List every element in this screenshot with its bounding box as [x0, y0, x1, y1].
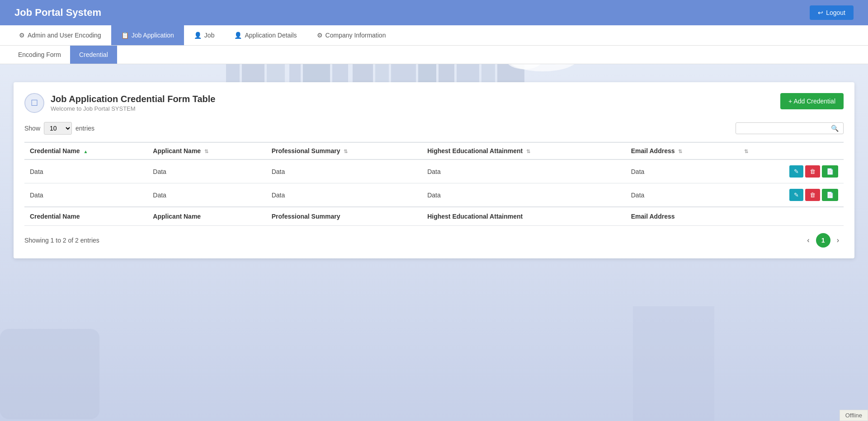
tab-job-application[interactable]: 📋 Job Application — [111, 25, 184, 45]
admin-icon: ⚙ — [19, 32, 25, 39]
tab-application-details[interactable]: 👤 Application Details — [224, 25, 307, 45]
logout-label: Logout — [826, 9, 845, 16]
footer-actions — [737, 207, 844, 226]
tab-job[interactable]: 👤 Job — [184, 25, 225, 45]
search-icon: 🔍 — [831, 125, 839, 132]
cell-professional-summary-2: Data — [266, 183, 422, 207]
footer-email: Email Address — [626, 207, 737, 226]
table-row: Data Data Data Data Data ✎ 🗑 📄 — [24, 183, 844, 207]
offline-label: Offline — [845, 412, 862, 419]
next-page-button[interactable]: › — [832, 234, 844, 247]
cell-applicant-name-2: Data — [147, 183, 266, 207]
credential-form-card: ☐ Job Application Credential Form Table … — [14, 82, 854, 258]
app-details-icon: 👤 — [234, 32, 242, 39]
col-actions — [737, 142, 844, 159]
card-icon: ☐ — [24, 93, 44, 113]
table-footer-row: Credential Name Applicant Name Professio… — [24, 207, 844, 226]
main-content: ☐ Job Application Credential Form Table … — [0, 64, 868, 276]
col-professional-summary: Professional Summary — [266, 142, 422, 159]
entries-label: entries — [75, 125, 94, 132]
cell-applicant-name-1: Data — [147, 159, 266, 183]
sub-tabs: Encoding Form Credential — [0, 46, 868, 64]
footer-highest-ed: Highest Educational Attainment — [422, 207, 626, 226]
footer-credential-name: Credential Name — [24, 207, 147, 226]
delete-button-1[interactable]: 🗑 — [805, 165, 820, 178]
action-buttons-2: ✎ 🗑 📄 — [742, 189, 838, 201]
nav-tabs: ⚙ Admin and User Encoding 📋 Job Applicat… — [0, 25, 868, 46]
sort-credential-name-icon[interactable] — [83, 149, 88, 154]
card-subtitle: Welcome to Job Portal SYSTEM — [51, 105, 215, 112]
offline-status: Offline — [840, 410, 868, 421]
cell-email-1: Data — [626, 159, 737, 183]
card-header-left: ☐ Job Application Credential Form Table … — [24, 93, 215, 113]
cell-professional-summary-1: Data — [266, 159, 422, 183]
cell-actions-1: ✎ 🗑 📄 — [737, 159, 844, 183]
tab-admin-user-encoding[interactable]: ⚙ Admin and User Encoding — [9, 25, 111, 45]
logout-button[interactable]: ↩ Logout — [810, 5, 854, 20]
current-page-button[interactable]: 1 — [816, 233, 830, 248]
table-row: Data Data Data Data Data ✎ 🗑 📄 — [24, 159, 844, 183]
col-highest-educational-attainment: Highest Educational Attainment — [422, 142, 626, 159]
sort-highest-ed-icon[interactable] — [526, 149, 530, 154]
search-box: 🔍 — [736, 122, 844, 134]
pagination: ‹ 1 › — [802, 233, 844, 248]
footer-applicant-name: Applicant Name — [147, 207, 266, 226]
cell-highest-ed-2: Data — [422, 183, 626, 207]
cell-credential-name-1: Data — [24, 159, 147, 183]
col-credential-name: Credential Name — [24, 142, 147, 159]
logout-icon: ↩ — [818, 9, 823, 16]
table-footer: Showing 1 to 2 of 2 entries ‹ 1 › — [24, 233, 844, 248]
table-header-row: Credential Name Applicant Name Professio… — [24, 142, 844, 159]
footer-professional-summary: Professional Summary — [266, 207, 422, 226]
edit-button-2[interactable]: ✎ — [789, 189, 803, 201]
cell-highest-ed-1: Data — [422, 159, 626, 183]
job-app-icon: 📋 — [121, 32, 129, 39]
entries-select[interactable]: 10 25 50 100 — [44, 122, 72, 135]
credential-table: Credential Name Applicant Name Professio… — [24, 142, 844, 226]
table-controls: Show 10 25 50 100 entries 🔍 — [24, 122, 844, 135]
delete-button-2[interactable]: 🗑 — [805, 189, 820, 201]
view-button-2[interactable]: 📄 — [822, 189, 838, 201]
sub-tab-credential[interactable]: Credential — [70, 46, 117, 64]
job-icon: 👤 — [194, 32, 202, 39]
company-icon: ⚙ — [317, 32, 323, 39]
sort-actions-icon[interactable] — [744, 149, 748, 154]
edit-button-1[interactable]: ✎ — [789, 165, 803, 178]
add-credential-button[interactable]: + Add Credential — [780, 93, 844, 109]
search-input[interactable] — [741, 125, 831, 132]
card-header: ☐ Job Application Credential Form Table … — [24, 93, 844, 113]
tab-company-information[interactable]: ⚙ Company Information — [307, 25, 396, 45]
background-area: ⚙ Admin and User Encoding 📋 Job Applicat… — [0, 25, 868, 421]
action-buttons-1: ✎ 🗑 📄 — [742, 165, 838, 178]
header: Job Portal System ↩ Logout — [0, 0, 868, 25]
prev-page-button[interactable]: ‹ — [802, 234, 814, 247]
showing-entries-text: Showing 1 to 2 of 2 entries — [24, 237, 99, 244]
sort-applicant-name-icon[interactable] — [204, 149, 208, 154]
cell-actions-2: ✎ 🗑 📄 — [737, 183, 844, 207]
svg-rect-20 — [633, 306, 714, 421]
col-applicant-name: Applicant Name — [147, 142, 266, 159]
show-label: Show — [24, 125, 40, 132]
card-title-area: Job Application Credential Form Table We… — [51, 94, 215, 112]
sort-professional-summary-icon[interactable] — [344, 149, 348, 154]
sub-tab-encoding-form[interactable]: Encoding Form — [9, 46, 70, 64]
card-title: Job Application Credential Form Table — [51, 94, 215, 104]
cell-credential-name-2: Data — [24, 183, 147, 207]
view-button-1[interactable]: 📄 — [822, 165, 838, 178]
sort-email-icon[interactable] — [678, 149, 682, 154]
app-title: Job Portal System — [14, 7, 101, 19]
cell-email-2: Data — [626, 183, 737, 207]
show-entries: Show 10 25 50 100 entries — [24, 122, 94, 135]
svg-rect-19 — [0, 329, 99, 419]
credential-icon: ☐ — [31, 98, 38, 108]
col-email-address: Email Address — [626, 142, 737, 159]
